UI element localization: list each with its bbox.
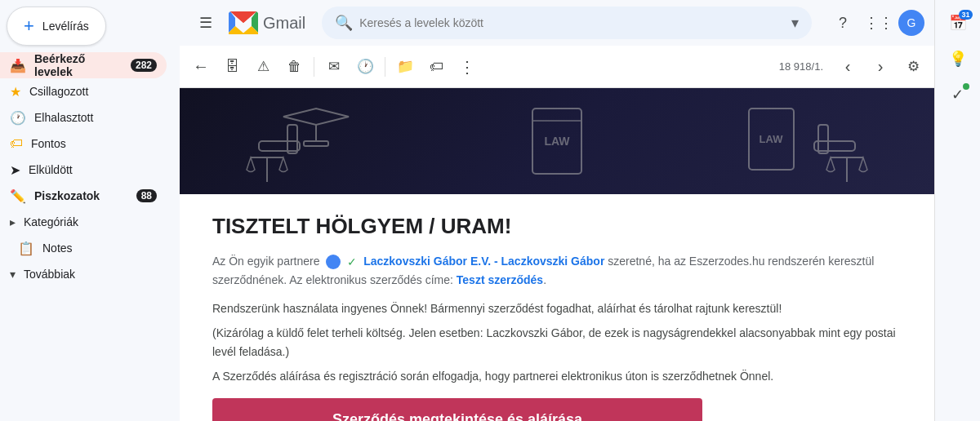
email-banner: LAW LAW [180, 88, 934, 194]
gmail-logo: Gmail [229, 11, 305, 34]
sidebar-item-more[interactable]: ▾ Továbbiak [0, 261, 167, 287]
sidebar-nav: 📥 Beérkező levelek 282 ★ Csillagozott 🕐 … [0, 52, 180, 287]
calendar-badge: 31 [959, 10, 972, 20]
intro-part1: Az Ön egyik partnere [212, 255, 320, 268]
mark-unread-button[interactable]: ✉ [319, 52, 349, 82]
email-title: TISZTELT HÖLGYEM / URAM! [212, 214, 902, 239]
sent-icon: ➤ [10, 162, 20, 178]
svg-marker-2 [283, 109, 349, 125]
calendar-panel-button[interactable]: 📅 31 [942, 7, 974, 39]
email-intro: Az Ön egyik partnere ✓ Laczkovszki Gábor… [212, 252, 902, 290]
notes-icon: 📋 [18, 241, 34, 256]
expand-categories-icon: ▸ [10, 215, 16, 228]
email-body: TISZTELT HÖLGYEM / URAM! Az Ön egyik par… [180, 194, 934, 421]
categories-label: Kategóriák [24, 215, 78, 228]
search-icon: 🔍 [335, 14, 353, 32]
svg-rect-10 [814, 141, 855, 151]
starred-label: Csillagozott [29, 85, 157, 98]
banner-left-drawings [243, 92, 390, 190]
next-email-button[interactable]: › [866, 52, 895, 82]
toolbar-right: 18 918/1. ‹ › ⚙ [773, 52, 928, 82]
drafts-icon: ✏️ [10, 188, 26, 204]
tasks-panel-button[interactable]: ✓ [942, 78, 974, 111]
apps-button[interactable]: ⋮⋮ [862, 7, 895, 39]
toolbar-divider-1 [314, 57, 314, 77]
sidebar-item-sent[interactable]: ➤ Elküldött [0, 157, 167, 183]
tasks-badge [963, 83, 969, 90]
gmail-text-label: Gmail [263, 14, 305, 33]
cta-button[interactable]: Szerződés megtekintése és aláírása [212, 398, 702, 421]
keep-panel-button[interactable]: 💡 [942, 42, 974, 75]
gmail-icon [229, 11, 258, 34]
svg-text:LAW: LAW [759, 133, 783, 145]
svg-text:LAW: LAW [544, 135, 570, 148]
banner-right-drawings: LAW [724, 92, 871, 190]
email-para3: A Szerződés aláírása és regisztráció sor… [212, 367, 902, 385]
important-icon: 🏷 [10, 136, 23, 151]
contract-link[interactable]: Teszt szerződés [457, 273, 543, 286]
move-to-button[interactable]: 📁 [390, 52, 420, 82]
top-right-icons: ? ⋮⋮ G [826, 7, 924, 39]
right-panel: 📅 31 💡 ✓ [934, 0, 980, 421]
label-button[interactable]: 🏷 [421, 52, 451, 82]
help-button[interactable]: ? [826, 7, 859, 39]
email-para1: Rendszerünk használata ingyenes Önnek! B… [212, 299, 902, 317]
drafts-label: Piszkozatok [34, 189, 128, 202]
inbox-icon: 📥 [10, 58, 26, 73]
top-bar: ☰ Gmail 🔍 ▾ ? ⋮⋮ G [180, 0, 934, 46]
sidebar-item-notes[interactable]: 📋 Notes [0, 235, 167, 261]
inbox-badge: 282 [131, 59, 157, 72]
inbox-label: Beérkező levelek [34, 52, 122, 78]
account-avatar[interactable]: G [898, 10, 924, 36]
sidebar-item-important[interactable]: 🏷 Fontos [0, 131, 167, 157]
sidebar-item-drafts[interactable]: ✏️ Piszkozatok 88 [0, 183, 167, 209]
page-info: 18 918/1. [773, 60, 830, 73]
more-options-button[interactable]: ⋮ [452, 52, 482, 82]
banner-center-drawing: LAW [516, 92, 598, 190]
expand-more-icon: ▾ [10, 268, 16, 281]
prev-email-button[interactable]: ‹ [833, 52, 862, 82]
compose-button[interactable]: + Levélírás [7, 7, 106, 46]
drafts-badge: 88 [136, 189, 157, 202]
archive-button[interactable]: 🗄 [217, 52, 247, 82]
sidebar-item-categories[interactable]: ▸ Kategóriák [0, 209, 167, 235]
svg-rect-1 [287, 125, 297, 153]
snooze-button[interactable]: 🕐 [350, 52, 380, 82]
email-para2: (Kizárólag a küldő felet terheli költség… [212, 324, 902, 361]
back-button[interactable]: ← [186, 52, 216, 82]
sidebar-item-snoozed[interactable]: 🕐 Elhalasztott [0, 104, 167, 131]
sent-label: Elküldött [29, 163, 157, 176]
search-bar[interactable]: 🔍 ▾ [322, 7, 812, 39]
sender-link[interactable]: Laczkovszki Gábor E.V. - Laczkovszki Gáb… [363, 255, 604, 268]
email-content: LAW LAW TISZTELT HÖLGYEM / URAM! [180, 88, 934, 421]
sidebar-item-inbox[interactable]: 📥 Beérkező levelek 282 [0, 52, 167, 78]
starred-icon: ★ [10, 84, 21, 100]
toolbar-divider-2 [385, 57, 385, 77]
search-dropdown-icon[interactable]: ▾ [791, 14, 799, 32]
notes-label: Notes [42, 242, 73, 255]
svg-rect-0 [259, 141, 300, 151]
compose-label: Levélírás [42, 20, 89, 33]
snoozed-label: Elhalasztott [34, 111, 157, 124]
sidebar-item-starred[interactable]: ★ Csillagozott [0, 78, 167, 104]
delete-button[interactable]: 🗑 [279, 52, 309, 82]
svg-rect-11 [818, 125, 828, 153]
important-label: Fontos [31, 137, 157, 150]
compose-plus-icon: + [24, 17, 34, 35]
svg-rect-4 [304, 141, 328, 146]
settings-button[interactable]: ⚙ [898, 52, 928, 82]
email-toolbar: ← 🗄 ⚠ 🗑 ✉ 🕐 📁 🏷 ⋮ 18 918/1. ‹ › ⚙ [180, 46, 934, 88]
snoozed-icon: 🕐 [10, 110, 26, 126]
more-label: Továbbiak [24, 268, 75, 281]
hamburger-menu[interactable]: ☰ [189, 7, 222, 39]
search-input[interactable] [359, 16, 785, 29]
report-spam-button[interactable]: ⚠ [248, 52, 278, 82]
sender-avatar [326, 255, 341, 269]
verified-icon: ✓ [347, 255, 357, 268]
